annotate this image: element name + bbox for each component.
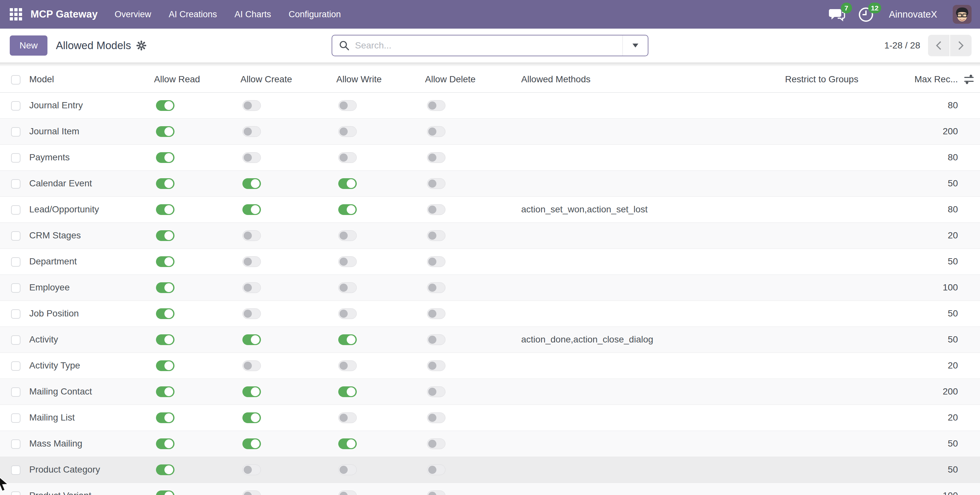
allowed-methods[interactable] — [521, 249, 785, 275]
table-row[interactable]: Employee 100 — [0, 275, 980, 300]
allowed-methods[interactable] — [521, 483, 785, 495]
allow-delete-toggle[interactable] — [427, 412, 445, 423]
restrict-groups[interactable] — [785, 327, 903, 353]
allow-delete-toggle[interactable] — [427, 178, 445, 189]
messages-button[interactable]: 7 — [829, 6, 845, 22]
pager-previous-button[interactable] — [928, 35, 950, 56]
row-checkbox[interactable] — [11, 205, 21, 215]
allow-create-toggle[interactable] — [242, 412, 261, 423]
allow-delete-toggle[interactable] — [427, 126, 445, 137]
user-name[interactable]: AinnovateX — [889, 9, 937, 20]
col-header-allow-create[interactable]: Allow Create — [240, 66, 336, 93]
allow-delete-toggle[interactable] — [427, 256, 445, 267]
allow-create-toggle[interactable] — [242, 204, 261, 215]
allow-create-toggle[interactable] — [242, 100, 261, 111]
allow-create-toggle[interactable] — [242, 438, 261, 449]
nav-item-overview[interactable]: Overview — [114, 8, 152, 21]
allow-write-toggle[interactable] — [338, 178, 357, 189]
max-records[interactable]: 50 — [903, 300, 958, 327]
allow-read-toggle[interactable] — [156, 178, 175, 189]
allow-write-toggle[interactable] — [338, 386, 357, 397]
table-row[interactable]: Journal Item 200 — [0, 118, 980, 144]
model-name[interactable]: Product Category — [24, 457, 154, 483]
allow-write-toggle[interactable] — [338, 256, 357, 267]
restrict-groups[interactable] — [785, 457, 903, 483]
allow-create-toggle[interactable] — [242, 126, 261, 137]
allowed-methods[interactable] — [521, 144, 785, 171]
allow-write-toggle[interactable] — [338, 204, 357, 215]
allowed-methods[interactable] — [521, 457, 785, 483]
model-name[interactable]: CRM Stages — [24, 222, 154, 249]
allow-create-toggle[interactable] — [242, 308, 261, 319]
row-checkbox[interactable] — [11, 101, 21, 110]
max-records[interactable]: 100 — [903, 275, 958, 300]
model-name[interactable]: Mailing List — [24, 405, 154, 431]
model-name[interactable]: Activity — [24, 327, 154, 353]
table-row[interactable]: Mass Mailing 50 — [0, 431, 980, 457]
max-records[interactable]: 50 — [903, 457, 958, 483]
restrict-groups[interactable] — [785, 483, 903, 495]
restrict-groups[interactable] — [785, 93, 903, 118]
restrict-groups[interactable] — [785, 431, 903, 457]
allow-write-toggle[interactable] — [338, 230, 357, 241]
allow-delete-toggle[interactable] — [427, 360, 445, 371]
max-records[interactable]: 50 — [903, 431, 958, 457]
row-checkbox[interactable] — [11, 179, 21, 188]
allow-create-toggle[interactable] — [242, 282, 261, 293]
allowed-methods[interactable] — [521, 222, 785, 249]
allow-create-toggle[interactable] — [242, 152, 261, 163]
table-row[interactable]: Activity Type 20 — [0, 353, 980, 378]
search-input[interactable] — [355, 35, 622, 56]
allow-delete-toggle[interactable] — [427, 204, 445, 215]
restrict-groups[interactable] — [785, 353, 903, 378]
allow-read-toggle[interactable] — [156, 100, 175, 111]
allowed-methods[interactable] — [521, 431, 785, 457]
table-row[interactable]: CRM Stages 20 — [0, 222, 980, 249]
allow-delete-toggle[interactable] — [427, 490, 445, 495]
max-records[interactable]: 20 — [903, 405, 958, 431]
col-header-allow-write[interactable]: Allow Write — [336, 66, 425, 93]
allow-read-toggle[interactable] — [156, 308, 175, 319]
row-checkbox[interactable] — [11, 231, 21, 241]
restrict-groups[interactable] — [785, 118, 903, 144]
model-name[interactable]: Journal Entry — [24, 93, 154, 118]
allow-delete-toggle[interactable] — [427, 152, 445, 163]
row-checkbox[interactable] — [11, 309, 21, 319]
table-row[interactable]: Department 50 — [0, 249, 980, 275]
restrict-groups[interactable] — [785, 171, 903, 196]
col-header-allowed-methods[interactable]: Allowed Methods — [521, 66, 785, 93]
col-header-restrict-to-groups[interactable]: Restrict to Groups — [785, 66, 903, 93]
allowed-methods[interactable] — [521, 93, 785, 118]
apps-grid-icon[interactable] — [10, 8, 22, 21]
nav-item-ai-creations[interactable]: AI Creations — [168, 8, 218, 21]
allow-write-toggle[interactable] — [338, 334, 357, 345]
max-records[interactable]: 50 — [903, 249, 958, 275]
max-records[interactable]: 50 — [903, 171, 958, 196]
restrict-groups[interactable] — [785, 378, 903, 405]
new-button[interactable]: New — [10, 35, 48, 56]
table-row[interactable]: Lead/Opportunity action_set_won,action_s… — [0, 196, 980, 222]
allow-create-toggle[interactable] — [242, 334, 261, 345]
row-checkbox[interactable] — [11, 283, 21, 293]
allow-delete-toggle[interactable] — [427, 100, 445, 111]
activities-button[interactable]: 12 — [858, 6, 875, 22]
allowed-methods[interactable] — [521, 171, 785, 196]
col-header-allow-delete[interactable]: Allow Delete — [425, 66, 521, 93]
allow-create-toggle[interactable] — [242, 360, 261, 371]
allow-delete-toggle[interactable] — [427, 438, 445, 449]
allowed-methods[interactable] — [521, 353, 785, 378]
max-records[interactable]: 50 — [903, 327, 958, 353]
model-name[interactable]: Employee — [24, 275, 154, 300]
row-checkbox[interactable] — [11, 335, 21, 345]
allow-write-toggle[interactable] — [338, 308, 357, 319]
table-row[interactable]: Journal Entry 80 — [0, 93, 980, 118]
allow-write-toggle[interactable] — [338, 360, 357, 371]
table-row[interactable]: Calendar Event 50 — [0, 171, 980, 196]
pager-next-button[interactable] — [950, 35, 972, 56]
max-records[interactable]: 100 — [903, 483, 958, 495]
row-checkbox[interactable] — [11, 257, 21, 267]
allow-read-toggle[interactable] — [156, 334, 175, 345]
max-records[interactable]: 200 — [903, 378, 958, 405]
allow-write-toggle[interactable] — [338, 282, 357, 293]
row-checkbox[interactable] — [11, 439, 21, 449]
